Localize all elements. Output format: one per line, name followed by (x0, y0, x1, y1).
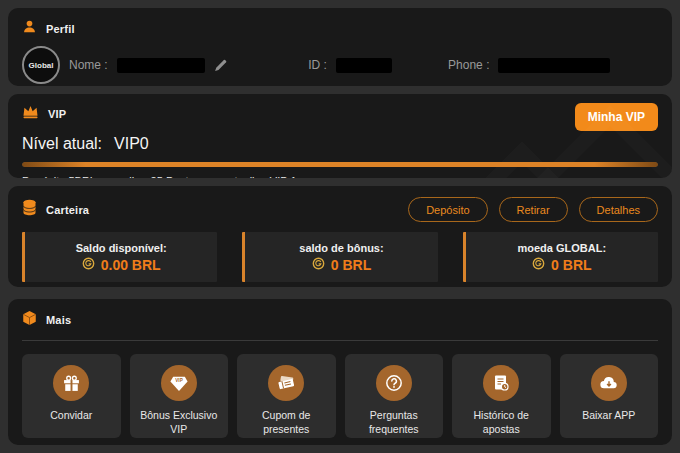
deposit-button[interactable]: Depósito (408, 197, 487, 222)
wallet-panel: Carteira Depósito Retirar Detalhes Saldo… (8, 186, 672, 287)
name-label: Nome : (69, 58, 108, 72)
more-title: Mais (46, 314, 71, 326)
vip-bonus-tile-label: Bônus Exclusivo VIP (130, 409, 229, 436)
crown-icon (22, 105, 39, 123)
withdraw-button[interactable]: Retirar (499, 197, 568, 222)
wallet-actions: Depósito Retirar Detalhes (408, 197, 658, 222)
bet-history-tile-label: Histórico de apostas (452, 409, 551, 436)
avatar-logo-text: Global (29, 61, 54, 70)
available-balance-value: 0.00 BRL (101, 257, 161, 273)
coin-icon (532, 257, 545, 273)
profile-row: Global Nome : ID : Phone : (22, 46, 658, 84)
wallet-header: Carteira (22, 199, 89, 220)
vip-title: VIP (48, 108, 66, 120)
phone-label: Phone : (448, 58, 489, 72)
global-coin-card: moeda GLOBAL: 0 BRL (463, 232, 658, 282)
cloud-download-icon (591, 365, 627, 401)
coins-icon (22, 199, 37, 220)
global-coin-value-row: 0 BRL (532, 257, 591, 273)
profile-header: Perfil (22, 19, 658, 38)
vip-level-value: VIP0 (114, 135, 149, 152)
name-value-redacted (117, 58, 205, 73)
coin-icon (312, 257, 325, 273)
vip-diamond-icon: VIP (161, 365, 197, 401)
id-value-redacted (336, 58, 392, 73)
wallet-title: Carteira (46, 204, 89, 216)
bonus-balance-value-row: 0 BRL (312, 257, 371, 273)
bonus-balance-value: 0 BRL (331, 257, 371, 273)
gift-coupon-tile[interactable]: Cupom de presentes (237, 354, 336, 438)
coin-icon (82, 257, 95, 273)
vip-header: VIP (22, 105, 66, 123)
more-panel: Mais Convidar VIP Bônus Exclusivo VIP (8, 299, 672, 445)
avatar: Global (22, 46, 60, 84)
id-field: ID : (308, 58, 448, 73)
svg-text:VIP: VIP (175, 378, 182, 383)
question-icon (376, 365, 412, 401)
vip-level-line: Nível atual:VIP0 (22, 135, 658, 153)
balance-cards: Saldo disponível: 0.00 BRL saldo de bônu… (22, 232, 658, 282)
invite-tile[interactable]: Convidar (22, 354, 121, 438)
details-button[interactable]: Detalhes (579, 197, 658, 222)
download-app-tile-label: Baixar APP (578, 409, 639, 423)
faq-tile[interactable]: Perguntas frequentes (345, 354, 444, 438)
vip-upgrade-hint: Depósito 5BRL e recolher 25 Pontos para … (22, 175, 658, 178)
global-coin-label: moeda GLOBAL: (518, 242, 607, 254)
coupon-icon (268, 365, 304, 401)
wallet-header-row: Carteira Depósito Retirar Detalhes (22, 197, 658, 222)
more-header: Mais (22, 310, 658, 330)
bonus-balance-label: saldo de bônus: (299, 242, 383, 254)
available-balance-value-row: 0.00 BRL (82, 257, 161, 273)
edit-pencil-icon[interactable] (214, 59, 227, 72)
id-label: ID : (308, 58, 327, 72)
cube-icon (22, 310, 37, 330)
vip-header-row: VIP Minha VIP (22, 105, 658, 131)
more-tiles: Convidar VIP Bônus Exclusivo VIP Cupom d… (22, 354, 658, 438)
profile-title: Perfil (46, 23, 75, 35)
vip-progress-fill (22, 162, 658, 167)
name-field: Global Nome : (22, 46, 308, 84)
gift-coupon-tile-label: Cupom de presentes (237, 409, 336, 436)
minha-vip-button[interactable]: Minha VIP (575, 103, 658, 131)
download-app-tile[interactable]: Baixar APP (560, 354, 659, 438)
vip-panel: VIP Minha VIP Nível atual:VIP0 Depósito … (8, 94, 672, 178)
more-divider (22, 340, 658, 341)
available-balance-card: Saldo disponível: 0.00 BRL (22, 232, 217, 282)
available-balance-label: Saldo disponível: (76, 242, 167, 254)
account-page: Perfil Global Nome : ID : Phone : (0, 0, 680, 453)
gift-icon (53, 365, 89, 401)
invite-tile-label: Convidar (46, 409, 96, 423)
vip-level-label: Nível atual: (22, 135, 102, 152)
bet-history-tile[interactable]: Histórico de apostas (452, 354, 551, 438)
vip-bonus-tile[interactable]: VIP Bônus Exclusivo VIP (130, 354, 229, 438)
profile-panel: Perfil Global Nome : ID : Phone : (8, 8, 672, 86)
bet-history-icon (483, 365, 519, 401)
phone-field: Phone : (448, 58, 658, 73)
faq-tile-label: Perguntas frequentes (345, 409, 444, 436)
person-icon (22, 19, 37, 38)
phone-value-redacted (498, 58, 610, 73)
global-coin-value: 0 BRL (551, 257, 591, 273)
vip-progress-bar (22, 162, 658, 167)
bonus-balance-card: saldo de bônus: 0 BRL (242, 232, 437, 282)
